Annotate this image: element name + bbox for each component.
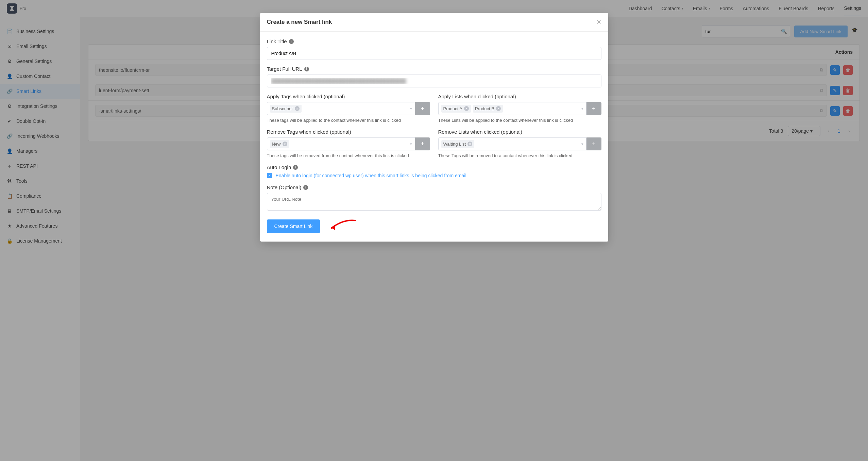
note-textarea[interactable] [267,193,601,211]
add-tag-button[interactable]: + [415,102,430,115]
tag-chip: Product B× [473,105,503,113]
modal-overlay: Create a new Smart link ✕ Link Titlei Ta… [0,0,868,461]
link-title-label: Link Title [267,38,287,44]
auto-login-label: Auto Login [267,164,291,170]
apply-lists-hint: These Lists will be applied to the conta… [438,118,601,123]
add-tag-button[interactable]: + [415,137,430,150]
apply-lists-select[interactable]: Product A× Product B× ▾ [438,102,586,115]
link-title-input[interactable] [267,47,601,60]
auto-login-checkbox-label[interactable]: Enable auto login (for connected wp user… [276,173,466,178]
target-url-input[interactable] [267,75,601,87]
close-icon[interactable]: ✕ [596,18,601,26]
remove-lists-label: Remove Lists when clicked (optional) [438,129,601,135]
apply-lists-label: Apply Lists when clicked (optional) [438,94,601,99]
create-smart-link-button[interactable]: Create Smart Link [267,219,320,233]
info-icon[interactable]: i [303,185,308,190]
tag-chip: Subscriber× [270,105,302,113]
annotation-arrow [325,218,359,235]
apply-tags-label: Apply Tags when clicked (optional) [267,94,430,99]
chevron-down-icon: ▾ [410,142,412,146]
apply-tags-select[interactable]: Subscriber× ▾ [267,102,415,115]
info-icon[interactable]: i [289,39,294,44]
tag-chip: Waiting List× [441,140,475,148]
apply-tags-hint: These tags will be applied to the contac… [267,118,430,123]
remove-tags-label: Remove Tags when clicked (optional) [267,129,430,135]
auto-login-checkbox[interactable]: ✓ [267,173,272,178]
remove-tags-select[interactable]: New× ▾ [267,137,415,150]
target-url-label: Target Full URL [267,66,302,72]
modal-title: Create a new Smart link [267,19,332,26]
chevron-down-icon: ▾ [410,106,412,111]
info-icon[interactable]: i [293,165,298,170]
remove-tag-icon[interactable]: × [496,106,501,111]
remove-tag-icon[interactable]: × [295,106,300,111]
chevron-down-icon: ▾ [581,142,583,146]
tag-chip: Product A× [441,105,471,113]
chevron-down-icon: ▾ [581,106,583,111]
remove-tag-icon[interactable]: × [464,106,469,111]
add-list-button[interactable]: + [586,102,601,115]
remove-tag-icon[interactable]: × [283,142,287,146]
remove-lists-select[interactable]: Waiting List× ▾ [438,137,586,150]
create-smart-link-modal: Create a new Smart link ✕ Link Titlei Ta… [260,13,608,242]
add-list-button[interactable]: + [586,137,601,150]
tag-chip: New× [270,140,289,148]
info-icon[interactable]: i [304,67,309,71]
remove-lists-hint: These Tags will be removed to a contact … [438,153,601,158]
remove-tags-hint: These tags will be removed from the cont… [267,153,430,158]
remove-tag-icon[interactable]: × [467,142,472,146]
note-label: Note (Optional) [267,184,302,190]
